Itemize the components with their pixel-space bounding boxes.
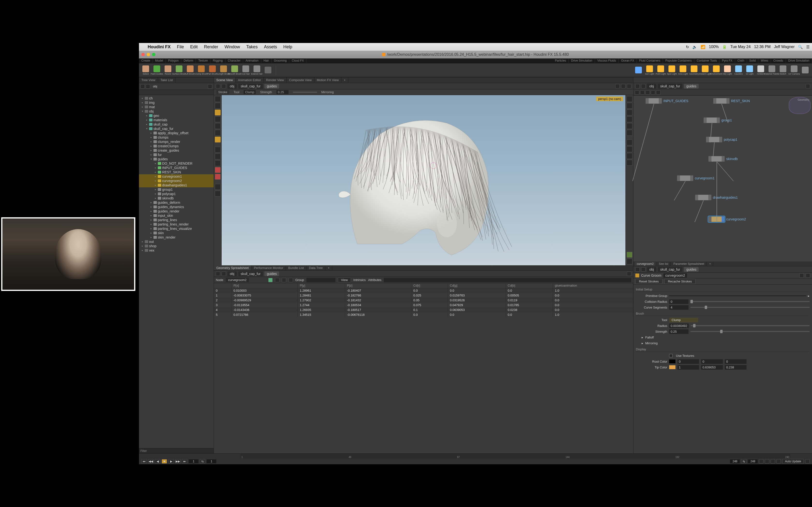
curve-segments-slider[interactable] [691,307,810,308]
param-tab-seelist[interactable]: See list [657,262,670,266]
ss-path-guides[interactable]: guides [264,271,279,276]
vp-tool-11[interactable] [215,167,221,173]
tree-fwd-button[interactable] [146,84,150,89]
node-name-field[interactable]: curvegroom2 [663,273,687,278]
tab-tree-view[interactable]: Tree View [139,77,158,82]
shelf-tab[interactable]: Model [153,58,166,63]
shelf-tool[interactable]: Clump Brush [197,64,206,76]
ss-class-prim[interactable] [282,278,286,282]
vp-rtool-shading[interactable] [627,252,632,258]
tree-item[interactable]: ▸polycap1 [139,192,214,196]
shelf-tool[interactable]: Lift Brush [185,64,195,76]
play-back-button[interactable]: ◀ [155,459,160,463]
play-fwd-button[interactable]: ▶ [168,459,174,463]
tree-filter-input[interactable]: Filter [139,448,214,453]
shelf-tool[interactable]: Sun Light [645,64,654,76]
root-color-r[interactable]: 0 [677,359,699,364]
tree-item[interactable]: ▸img [139,101,214,105]
param-tab-node[interactable]: curvegroom2 [635,262,656,266]
table-row[interactable]: 1-0.008330751.28481-0.1827860.0250.01597… [214,293,633,298]
vp-rtool-gear[interactable] [627,259,632,264]
menu-render[interactable]: Render [204,44,218,50]
tl-opt-4[interactable] [776,459,781,463]
param-help-icon[interactable] [806,273,810,278]
section-initial-setup[interactable]: Initial Setup [636,288,810,292]
tree-item[interactable]: ▸parting_lines_render [139,222,214,226]
ss-intrinsics-toggle[interactable]: Intrinsics [353,278,366,282]
ss-class-det[interactable] [289,278,293,282]
table-header[interactable]: Cd[g] [448,283,506,288]
shelf-tab[interactable]: Character [225,58,243,63]
tree-back-button[interactable] [140,84,145,89]
table-row[interactable]: 50.07217661.34515-0.006781180.00.00.01.0 [214,312,633,317]
ss-back-button[interactable] [216,272,220,276]
stroke-strength-field[interactable]: 0.25 [276,90,289,94]
range-lock-button[interactable]: ⇆ [200,459,205,463]
brush-tool-dropdown[interactable]: Clump [669,318,698,322]
tab-anim-editor[interactable]: Animation Editor [236,77,263,82]
tree-item[interactable]: ▸fur [139,153,214,157]
table-row[interactable]: 00.0100031.28961-0.1804070.00.00.01.0 [214,288,633,293]
shelf-tab[interactable]: Cloud FX [289,58,306,63]
step-fwd-button[interactable]: ▶▶ [175,459,181,463]
maximize-window-button[interactable] [152,53,155,56]
net-back-button[interactable] [636,84,640,89]
vp-tool-4[interactable] [215,116,221,122]
section-brush[interactable]: Brush [636,312,810,316]
root-color-b[interactable]: 0 [725,359,747,364]
tl-opt-3[interactable] [771,459,775,463]
tree-item[interactable]: ▸INPUT_GUIDES [139,166,214,170]
mirror-disclosure[interactable]: ▸ [642,341,643,345]
vp-opt1-button[interactable] [615,84,620,89]
stroke-strength-slider[interactable] [293,92,317,93]
speaker-icon[interactable]: 🔈 [692,45,697,49]
brush-radius-field[interactable]: 0.00380492 [669,324,689,328]
tree-item[interactable]: ▾skull_cap_fur [139,126,214,131]
shelf-tab[interactable]: Drive Simulation [569,58,595,63]
tab-render-view[interactable]: Render View [264,77,287,82]
vp-rtool-5[interactable] [627,123,632,129]
tree-item[interactable]: ▸apply_display_offset [139,131,214,135]
goto-end-button[interactable]: ⏭ [182,459,187,463]
tree-item[interactable]: ▸ch [139,96,214,101]
tree-path-obj[interactable]: obj [153,84,157,88]
start-frame-field[interactable]: 1 [189,459,198,463]
shelf-tab[interactable]: Rigging [210,58,225,63]
shelf-tool[interactable]: Switch [778,64,788,76]
vp-tool-move[interactable] [215,103,221,109]
vp-tool-select[interactable] [215,96,221,102]
tl-opt-2[interactable] [765,459,769,463]
param-tab-add[interactable]: + [707,262,713,266]
shelf-tool[interactable]: Distant Light [700,64,710,76]
shelf-tab[interactable]: Pyro FX [719,58,735,63]
end-frame-field[interactable]: 248 [730,459,740,463]
menu-edit[interactable]: Edit [190,44,198,50]
brush-radius-slider[interactable] [691,325,810,326]
shelf-tab[interactable]: Viscous Fluids [595,58,619,63]
shelf-tab[interactable]: Grooming [272,58,290,63]
step-back-button[interactable]: ◀◀ [148,459,153,463]
shelf-tool[interactable]: Spot Light [667,64,677,76]
shelf-tab[interactable]: Texture [196,58,210,63]
shelf-tab[interactable]: Deform [181,58,196,63]
section-display[interactable]: Display [636,347,810,352]
tab-scene-view[interactable]: Scene View [214,77,236,82]
tree-item[interactable]: ▸materials [139,118,214,122]
table-row[interactable]: 4-0.01434361.26935-0.1805170.10.06390530… [214,307,633,312]
battery-icon[interactable]: 🔋 [722,45,727,49]
net-path-obj[interactable]: obj [647,84,656,89]
shelf-tab[interactable]: Fluid Containers [637,58,663,63]
wifi-icon[interactable]: 📶 [701,45,705,49]
shelf-tab[interactable]: Crowds [771,58,786,63]
shelf-tab[interactable]: Container Tools [694,58,719,63]
minimize-window-button[interactable] [147,53,150,56]
net-tool-3[interactable] [646,90,650,95]
spreadsheet-table[interactable]: P[x]P[y]P[z]Cd[r]Cd[g]Cd[b]gluetoanimati… [214,283,633,453]
shelf-tool[interactable]: Environment [711,64,721,76]
shelf-tab[interactable]: Cloth [735,58,747,63]
shelf-tool[interactable]: Select [141,64,151,76]
network-view[interactable]: Geometry INPUT_GUIDESREST_SKINgroup1poly… [633,96,812,262]
shelf-tab[interactable]: Hair [261,58,272,63]
vp-tool-render[interactable] [215,184,221,190]
vp-opt2-button[interactable] [621,84,625,89]
